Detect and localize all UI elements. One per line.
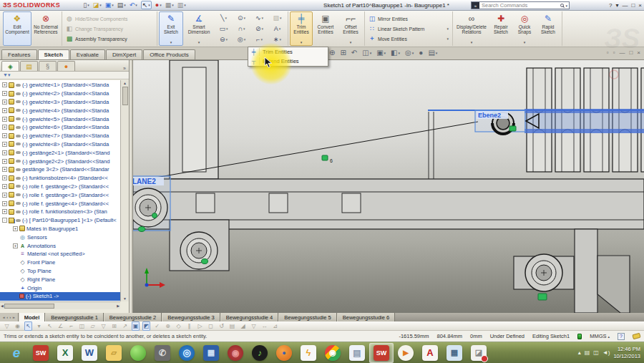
tree-item[interactable]: + Annotations bbox=[0, 241, 120, 250]
doc-minimize-icon[interactable]: — bbox=[619, 49, 625, 56]
tree-expand-icon[interactable]: + bbox=[2, 100, 7, 105]
scroll-left-icon[interactable]: ◀ bbox=[1, 304, 4, 308]
point-tool-icon[interactable]: ∗ ▾ bbox=[268, 34, 286, 45]
command-tab[interactable]: Features bbox=[1, 49, 37, 59]
vertical-scroll-thumb[interactable] bbox=[122, 87, 128, 105]
select-icon[interactable]: ↖ ▾ bbox=[141, 1, 152, 9]
tree-vertical-scrollbar[interactable]: ▲ ▼ bbox=[120, 80, 129, 301]
help-arrow-icon[interactable]: ▾ bbox=[615, 2, 618, 9]
offset-entities-button[interactable]: ⌐⌐ Offset Entities ▾ bbox=[338, 11, 363, 46]
tree-item[interactable]: + (-) gewichte<4> (Standard<<Standa bbox=[0, 106, 120, 115]
filter-toolbar-icon[interactable]: ▣ bbox=[132, 321, 140, 331]
graphics-viewport[interactable]: 6 LANE2 bbox=[133, 60, 644, 313]
filter-toolbar-icon[interactable]: ↖ bbox=[24, 321, 32, 331]
status-tag-icon[interactable] bbox=[632, 333, 640, 340]
tree-item[interactable]: + (-) gestänge2<1> (Standard<<Stand bbox=[0, 148, 120, 157]
tree-expand-icon[interactable]: + bbox=[2, 91, 7, 96]
taskbar-adobe-reader[interactable]: A bbox=[418, 343, 442, 363]
tray-display-icon[interactable]: ◫ bbox=[593, 349, 599, 356]
quick-snaps-button[interactable]: ◎ Quick Snaps ▾ bbox=[513, 11, 536, 46]
volume-icon[interactable]: ◄) bbox=[602, 349, 610, 356]
tree-item[interactable]: + (-) funktionsbolzen<4> (Standard<< bbox=[0, 174, 120, 183]
no-external-references-button[interactable]: ⊗ No External References bbox=[31, 11, 60, 46]
display-style-icon[interactable]: ◧ ▾ bbox=[391, 49, 400, 57]
taskbar-internet-explorer[interactable]: e bbox=[4, 343, 29, 363]
tree-expand-icon[interactable]: + bbox=[2, 142, 7, 147]
tree-expand-icon[interactable] bbox=[13, 235, 18, 240]
pulley-right[interactable] bbox=[525, 254, 562, 300]
propertymanager-tab[interactable]: ▤ bbox=[20, 61, 38, 71]
taskbar-photo-viewer[interactable]: ◪ bbox=[467, 343, 491, 363]
tree-item[interactable]: + (-) gewichte<6> (Standard<<Standa bbox=[0, 123, 120, 132]
tree-item[interactable]: - (-) [ Part10^Baugruppe1 ]<1> (Default< bbox=[0, 216, 120, 225]
sketch-relation-marker[interactable]: 6 bbox=[322, 155, 333, 163]
tree-item[interactable]: + (-) gewichte<2> (Standard<<Standa bbox=[0, 89, 120, 98]
tree-expand-icon[interactable]: + bbox=[13, 226, 18, 231]
rebuild-icon[interactable]: ● ▾ bbox=[155, 1, 162, 9]
filter-toolbar-icon[interactable]: ▽ bbox=[250, 322, 258, 330]
study-tab[interactable]: Bewegungsstudie 5 bbox=[278, 313, 336, 321]
slot-tool-icon[interactable]: ⊖ ▾ bbox=[215, 34, 233, 45]
tray-overflow-icon[interactable]: ▴ bbox=[578, 349, 581, 356]
file-properties-icon[interactable]: ▦ ▾ bbox=[165, 1, 174, 9]
rectangle-tool-icon[interactable]: ▭ ▾ bbox=[215, 24, 233, 34]
zoom-area-icon[interactable]: ⊞ ▾ bbox=[340, 49, 346, 57]
tree-item[interactable]: Origin bbox=[0, 284, 120, 292]
tree-item[interactable]: + (-) rolle f. gestänge<3> (Standard<< bbox=[0, 190, 120, 199]
taskbar-solidworks-active[interactable]: SW bbox=[369, 343, 394, 363]
tree-expand-icon[interactable]: + bbox=[2, 175, 7, 180]
filter-toolbar-icon[interactable]: ↖ bbox=[46, 322, 54, 330]
filter-toolbar-icon[interactable]: ◫ bbox=[78, 322, 86, 330]
tree-expand-icon[interactable] bbox=[13, 286, 18, 291]
beam-tab[interactable] bbox=[342, 193, 361, 213]
tree-expand-icon[interactable] bbox=[13, 277, 18, 282]
circle-tool-icon[interactable]: ⊙ ▾ bbox=[233, 13, 250, 24]
study-tab[interactable]: Bewegungsstudie 3 bbox=[162, 313, 220, 321]
tree-filter-row[interactable]: ▼▾ bbox=[0, 72, 129, 79]
unit-system-selector[interactable]: MMGS ▴ bbox=[590, 333, 610, 339]
previous-view-icon[interactable]: ↶ ▾ bbox=[351, 49, 357, 57]
tree-item[interactable]: + gestänge 3<2> (Standard<<Standar bbox=[0, 165, 120, 174]
tree-item[interactable]: Material <not specified> bbox=[0, 250, 120, 258]
tree-item[interactable]: Top Plane bbox=[0, 267, 120, 276]
displaymanager-tab[interactable]: ● bbox=[57, 61, 75, 71]
tree-item[interactable]: Front Plane bbox=[0, 258, 120, 267]
panel-splitter[interactable] bbox=[130, 60, 133, 313]
filter-toolbar-icon[interactable]: ⊿ bbox=[271, 322, 279, 330]
tree-horizontal-scrollbar[interactable]: ◀ ▶ bbox=[0, 301, 120, 309]
taskbar-excel[interactable]: X bbox=[53, 343, 77, 363]
taskbar-word[interactable]: W bbox=[77, 343, 102, 363]
tree-expand-icon[interactable] bbox=[13, 251, 18, 256]
search-icon[interactable] bbox=[560, 4, 564, 7]
convert-entities-button[interactable]: ▣ Convert Entities bbox=[313, 11, 338, 46]
change-transparency-button[interactable]: ◧ Change Transparency bbox=[64, 24, 155, 34]
tree-item[interactable]: (-) Sketch1 -> bbox=[0, 292, 120, 301]
hide-items-icon[interactable]: ◎ ▾ bbox=[405, 49, 414, 57]
tree-expand-icon[interactable]: + bbox=[2, 184, 7, 189]
help-icon[interactable]: ? bbox=[609, 2, 612, 9]
tree-item[interactable]: + (-) gewichte<5> (Standard<<Standa bbox=[0, 115, 120, 123]
zoom-fit-icon[interactable]: ⊕ ▾ bbox=[329, 49, 335, 57]
tray-network-icon[interactable]: ▤ bbox=[585, 349, 590, 356]
view-orientation-icon[interactable]: ▣ ▾ bbox=[376, 49, 386, 57]
trim-entities-button[interactable]: ╪ Trim Entities ▾ bbox=[290, 11, 313, 46]
tree-item[interactable]: + (-) gewichte<3> (Standard<<Standa bbox=[0, 98, 120, 107]
tree-expand-icon[interactable]: + bbox=[13, 243, 18, 248]
scroll-down-icon[interactable]: ▼ bbox=[123, 296, 127, 301]
tree-expand-icon[interactable]: + bbox=[2, 117, 7, 122]
spline-tool-icon[interactable]: ∿ ▾ bbox=[250, 13, 268, 24]
featuremanager-tree-tab[interactable]: ◈ bbox=[1, 61, 19, 71]
tree-expand-icon[interactable] bbox=[13, 294, 18, 299]
appearance-icon[interactable]: ● ▾ bbox=[419, 49, 423, 57]
filter-toolbar-icon[interactable]: ⌐ bbox=[67, 322, 75, 330]
taskbar-phone[interactable]: ✆ bbox=[150, 343, 175, 363]
taskbar-itunes[interactable]: ♪ bbox=[248, 343, 272, 363]
options-icon[interactable]: ▥ ▾ bbox=[177, 1, 186, 9]
filter-toolbar-icon[interactable]: ⊕ bbox=[164, 322, 172, 330]
close-icon[interactable]: × bbox=[638, 2, 642, 9]
filter-toolbar-icon[interactable]: ↔ bbox=[260, 322, 268, 330]
search-arrow-icon[interactable]: ▾ bbox=[565, 4, 567, 8]
smart-dimension-button[interactable]: ∡ Smart Dimension ▾ bbox=[183, 11, 215, 46]
filter-toolbar-icon[interactable]: ▽ bbox=[3, 322, 11, 330]
section-view-icon[interactable]: ◫ ▾ bbox=[362, 49, 371, 57]
